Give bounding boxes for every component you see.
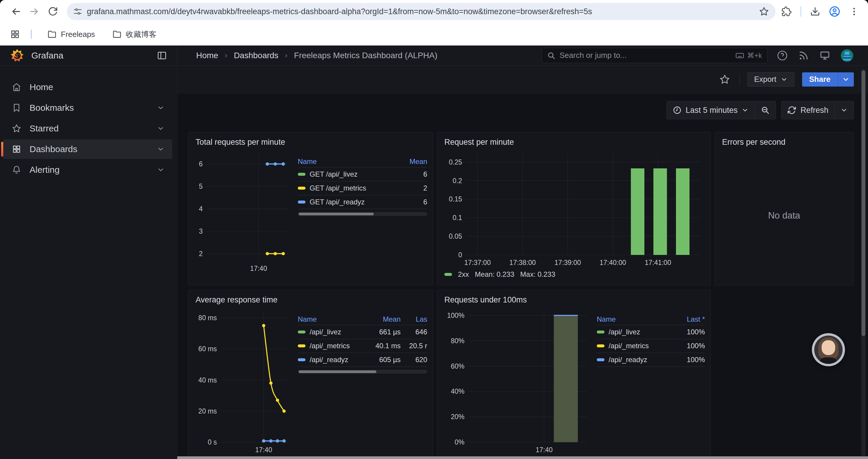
legend-row[interactable]: /api/_readyz 100%: [597, 353, 705, 367]
legend-row[interactable]: /api/_livez 100%: [597, 325, 705, 339]
monitor-icon[interactable]: [819, 50, 830, 61]
sidebar-item-label: Alerting: [30, 165, 60, 175]
menu-dots-icon[interactable]: [849, 6, 859, 17]
legend-row[interactable]: /api/_livez 661 µs 646: [298, 325, 427, 339]
home-icon: [12, 83, 21, 92]
scrollbar-thumb[interactable]: [862, 70, 865, 336]
legend-scrollbar[interactable]: [298, 370, 427, 374]
user-avatar[interactable]: [841, 49, 853, 62]
legend-col-mean[interactable]: Mean: [356, 315, 401, 323]
legend-col-name[interactable]: Name: [298, 315, 356, 323]
panel-title[interactable]: Errors per second: [720, 136, 848, 150]
folder-icon: [47, 30, 57, 39]
grafana-app: Grafana Home › Dashboards › Freeleaps Me…: [0, 45, 868, 459]
extensions-icon[interactable]: [781, 6, 792, 17]
sidebar-toggle-button[interactable]: [157, 51, 167, 61]
breadcrumb-home[interactable]: Home: [196, 51, 218, 60]
browser-toolbar: grafana.mathmast.com/d/deytv4rwavabkb/fr…: [0, 0, 868, 23]
breadcrumb-dashboards[interactable]: Dashboards: [234, 51, 278, 60]
apps-grid-icon[interactable]: [10, 29, 20, 39]
refresh-interval-button[interactable]: [834, 101, 854, 119]
chevron-down-icon[interactable]: [157, 145, 164, 153]
horizontal-scrollbar[interactable]: [177, 456, 868, 459]
legend-row[interactable]: /api/_readyz 605 µs 620: [298, 353, 427, 367]
average-response-time-chart[interactable]: 17:400 s20 ms40 ms60 ms80 ms: [194, 307, 291, 455]
series-name: GET /api/_readyz: [310, 198, 365, 206]
legend-row[interactable]: GET /api/_livez 6: [298, 167, 427, 182]
svg-text:17:39:00: 17:39:00: [555, 259, 581, 266]
refresh-button[interactable]: Refresh: [781, 101, 834, 119]
back-button[interactable]: [8, 3, 24, 20]
total-requests-chart[interactable]: 17:4023456: [194, 150, 291, 274]
request-per-minute-chart[interactable]: 17:37:0017:38:0017:39:0017:40:0017:41:00…: [442, 150, 704, 268]
bookmark-folder-freeleaps[interactable]: Freeleaps: [42, 27, 100, 41]
legend-col-mean[interactable]: Mean: [401, 157, 427, 166]
legend-row[interactable]: /api/_metrics 100%: [597, 339, 705, 353]
series-color-pill: [298, 173, 306, 176]
chevron-down-icon[interactable]: [157, 125, 164, 132]
series-name: /api/_metrics: [609, 342, 649, 350]
sidebar-item-alerting[interactable]: Alerting: [3, 160, 172, 179]
sidebar-item-label: Home: [30, 82, 53, 92]
requests-under-100ms-chart[interactable]: 17:400%20%40%60%80%100%: [442, 307, 590, 455]
svg-text:4: 4: [199, 205, 203, 213]
sidebar-item-bookmarks[interactable]: Bookmarks: [3, 98, 172, 118]
chevron-down-icon[interactable]: [157, 166, 164, 174]
bookmarks-bar: Freeleaps 收藏博客: [0, 23, 868, 45]
vertical-scrollbar[interactable]: [861, 68, 866, 457]
legend-col-name[interactable]: Name: [597, 315, 670, 323]
help-icon[interactable]: [777, 50, 788, 61]
svg-text:0.25: 0.25: [449, 158, 462, 166]
share-menu-button[interactable]: [838, 72, 854, 87]
keyboard-icon: [735, 51, 744, 60]
panel-total-requests-per-minute: Total requests per minute 17:4023456 Nam…: [188, 132, 433, 286]
star-icon: [12, 124, 21, 133]
sidebar-item-dashboards[interactable]: Dashboards: [3, 139, 172, 159]
refresh-icon: [787, 106, 796, 114]
nav-sidebar: Home Bookmarks Starred Dashboards: [0, 66, 177, 459]
profile-icon[interactable]: [829, 6, 840, 17]
sidebar-item-home[interactable]: Home: [3, 77, 172, 97]
legend-row[interactable]: GET /api/_metrics 2: [298, 182, 427, 195]
legend-col-last[interactable]: Las: [401, 315, 427, 323]
assistant-avatar[interactable]: [812, 333, 845, 366]
news-rss-icon[interactable]: [798, 50, 809, 61]
reload-button[interactable]: [44, 3, 61, 20]
bookmark-star-icon[interactable]: [759, 6, 769, 17]
legend-col-last[interactable]: Last *: [670, 315, 705, 323]
forward-button[interactable]: [26, 3, 42, 20]
svg-text:80%: 80%: [451, 337, 464, 345]
panel-title[interactable]: Requests under 100ms: [442, 294, 705, 307]
share-button[interactable]: Share: [802, 72, 838, 87]
favorite-star-button[interactable]: [718, 72, 732, 87]
scrollbar-thumb[interactable]: [299, 370, 376, 373]
legend-row[interactable]: /api/_metrics 40.1 ms 20.5 r: [298, 339, 427, 353]
search-input[interactable]: Search or jump to... ⌘+k: [541, 48, 768, 63]
legend-scrollbar[interactable]: [298, 212, 427, 216]
avatar-figure: [843, 57, 851, 59]
series-mean: 6: [401, 170, 427, 178]
legend-row[interactable]: GET /api/_readyz 6: [298, 195, 427, 209]
svg-text:17:41:00: 17:41:00: [645, 259, 671, 266]
series-color-pill: [298, 187, 306, 190]
address-bar[interactable]: grafana.mathmast.com/d/deytv4rwavabkb/fr…: [67, 3, 776, 20]
svg-text:20%: 20%: [451, 413, 464, 421]
zoom-out-button[interactable]: [754, 101, 776, 119]
export-button[interactable]: Export: [747, 72, 795, 87]
shortcut-text: ⌘+k: [747, 52, 762, 60]
scrollbar-thumb[interactable]: [299, 213, 374, 215]
panel-title[interactable]: Request per minute: [442, 136, 705, 150]
panel-title[interactable]: Average response time: [194, 294, 427, 307]
series-name[interactable]: 2xx: [458, 270, 469, 278]
url-text: grafana.mathmast.com/d/deytv4rwavabkb/fr…: [87, 7, 759, 16]
panel-title[interactable]: Total requests per minute: [194, 136, 427, 150]
sidebar-item-starred[interactable]: Starred: [3, 119, 172, 138]
chevron-down-icon[interactable]: [157, 104, 164, 112]
time-range-picker[interactable]: Last 5 minutes: [667, 101, 755, 119]
bookmark-folder-blogs[interactable]: 收藏博客: [107, 27, 161, 42]
breadcrumb-separator: ›: [284, 51, 289, 60]
avatar-body: [819, 357, 837, 364]
svg-text:0.05: 0.05: [449, 232, 462, 240]
legend-col-name[interactable]: Name: [298, 157, 401, 166]
download-icon[interactable]: [810, 6, 820, 17]
